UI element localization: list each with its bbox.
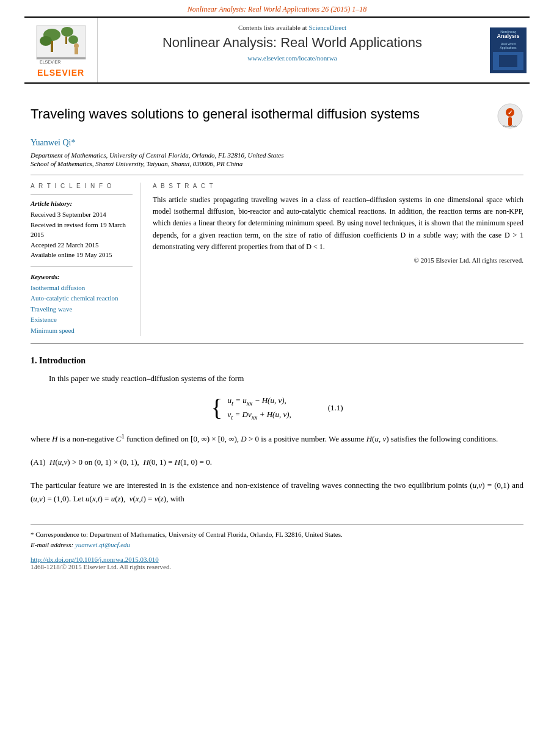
crossmark-icon: ✓ CrossMark xyxy=(497,103,523,129)
journal-header-top-text: Nonlinear Analysis: Real World Applicati… xyxy=(188,5,366,13)
keyword-isothermal: Isothermal diffusion xyxy=(31,283,133,294)
main-content: Traveling waves solutions to general iso… xyxy=(31,84,523,570)
left-brace-icon: { xyxy=(211,396,222,420)
keywords-label: Keywords: xyxy=(31,273,133,280)
footnote-star-text: * Correspondence to: Department of Mathe… xyxy=(31,531,343,538)
article-title: Traveling waves solutions to general iso… xyxy=(31,106,497,123)
email-label: E-mail address: xyxy=(31,541,73,548)
available-date: Available online 19 May 2015 xyxy=(31,250,133,260)
abstract-label: A B S T R A C T xyxy=(153,183,523,189)
doi-area: http://dx.doi.org/10.1016/j.nonrwa.2015.… xyxy=(31,556,523,570)
affiliation-1: Department of Mathematics, University of… xyxy=(31,151,523,159)
affiliation-2: School of Mathematics, Shanxi University… xyxy=(31,160,523,167)
article-info-abstract-section: A R T I C L E I N F O Article history: R… xyxy=(31,183,523,336)
keyword-existence: Existence xyxy=(31,314,133,325)
svg-point-3 xyxy=(68,35,78,44)
article-info-label: A R T I C L E I N F O xyxy=(31,183,133,189)
svg-rect-5 xyxy=(51,41,53,52)
journal-header: ELSEVIER ELSEVIER Contents lists availab… xyxy=(24,16,530,84)
equation-lines: ut = uxx − H(u, v), vt = Dvxx + H(u, v), xyxy=(228,396,291,421)
svg-point-7 xyxy=(74,43,79,48)
journal-cover-right: Nonlinear Analysis Real World Applicatio… xyxy=(487,18,530,82)
journal-center: Contents lists available at ScienceDirec… xyxy=(98,18,487,82)
para-traveling-waves: The particular feature we are interested… xyxy=(31,479,523,506)
svg-rect-6 xyxy=(65,37,67,44)
svg-text:ELSEVIER: ELSEVIER xyxy=(40,60,60,64)
cover-main-text: Analysis xyxy=(497,34,519,40)
footnote-email-address: yuanwei.qi@ucf.edu xyxy=(75,541,130,548)
elsevier-logo-section: ELSEVIER ELSEVIER xyxy=(24,18,98,82)
footnote-email-line: E-mail address: yuanwei.qi@ucf.edu xyxy=(31,540,523,550)
keyword-traveling-wave: Traveling wave xyxy=(31,304,133,315)
journal-url: www.elsevier.com/locate/nonrwa xyxy=(110,54,475,62)
journal-cover-image: Nonlinear Analysis Real World Applicatio… xyxy=(490,27,527,73)
equation-line-2: vt = Dvxx + H(u, v), xyxy=(228,410,291,421)
equation-inner: { ut = uxx − H(u, v), vt = Dvxx + H(u, v… xyxy=(211,396,343,421)
svg-point-2 xyxy=(61,27,73,37)
license-text: 1468-1218/© 2015 Elsevier Ltd. All right… xyxy=(31,563,523,570)
copyright-text: © 2015 Elsevier Ltd. All rights reserved… xyxy=(153,256,523,264)
equation-line-1: ut = uxx − H(u, v), xyxy=(228,396,291,407)
abstract-column: A B S T R A C T This article studies pro… xyxy=(153,183,523,336)
page: Nonlinear Analysis: Real World Applicati… xyxy=(0,0,554,756)
divider-after-affil xyxy=(31,175,523,175)
divider-after-abstract xyxy=(31,343,523,344)
keyword-autocatalytic: Auto-catalytic chemical reaction xyxy=(31,293,133,304)
article-info-column: A R T I C L E I N F O Article history: R… xyxy=(31,183,140,336)
brace-system: { ut = uxx − H(u, v), vt = Dvxx + H(u, v… xyxy=(211,396,291,421)
equation-number-1-1: (1.1) xyxy=(328,403,343,413)
sciencedirect-label: Contents lists available at ScienceDirec… xyxy=(110,24,475,31)
section-1-title: 1. Introduction xyxy=(31,356,523,366)
author-name: Yuanwei Qi* xyxy=(31,138,523,148)
article-history-label: Article history: xyxy=(31,200,133,207)
svg-text:✓: ✓ xyxy=(508,109,512,116)
keyword-minimum-speed: Minimum speed xyxy=(31,325,133,336)
doi-link-text[interactable]: http://dx.doi.org/10.1016/j.nonrwa.2015.… xyxy=(31,556,523,563)
svg-rect-8 xyxy=(75,48,78,54)
intro-para-1: In this paper we study reaction–diffusio… xyxy=(31,372,523,385)
journal-title-header: Nonlinear Analysis: Real World Applicati… xyxy=(110,35,475,51)
abstract-text: This article studies propagating traveli… xyxy=(153,194,523,253)
journal-top-bar: Nonlinear Analysis: Real World Applicati… xyxy=(0,0,554,16)
footnote-area: * Correspondence to: Department of Mathe… xyxy=(31,524,523,550)
svg-text:CrossMark: CrossMark xyxy=(503,125,517,128)
footnote-correspondence: * Correspondence to: Department of Mathe… xyxy=(31,529,523,540)
equation-1-1-block: { ut = uxx − H(u, v), vt = Dvxx + H(u, v… xyxy=(31,396,523,421)
crossmark-logo: ✓ CrossMark xyxy=(497,103,523,132)
elsevier-brand-text: ELSEVIER xyxy=(37,68,84,78)
condition-a1: (A1) H(u,v) > 0 on (0, 1) × (0, 1), H(0,… xyxy=(31,456,523,469)
body-content: 1. Introduction In this paper we study r… xyxy=(31,356,523,506)
accepted-date: Accepted 22 March 2015 xyxy=(31,240,133,250)
para-after-equation: where H is a non-negative C1 function de… xyxy=(31,431,523,446)
condition-a1-text: (A1) H(u,v) > 0 on (0, 1) × (0, 1), H(0,… xyxy=(31,457,212,467)
received-date-1: Received 3 September 2014 xyxy=(31,209,133,220)
svg-point-4 xyxy=(40,36,52,46)
elsevier-tree-icon: ELSEVIER xyxy=(34,23,89,65)
received-revised-date: Received in revised form 19 March 2015 xyxy=(31,220,133,240)
sciencedirect-link[interactable]: ScienceDirect xyxy=(308,24,346,31)
